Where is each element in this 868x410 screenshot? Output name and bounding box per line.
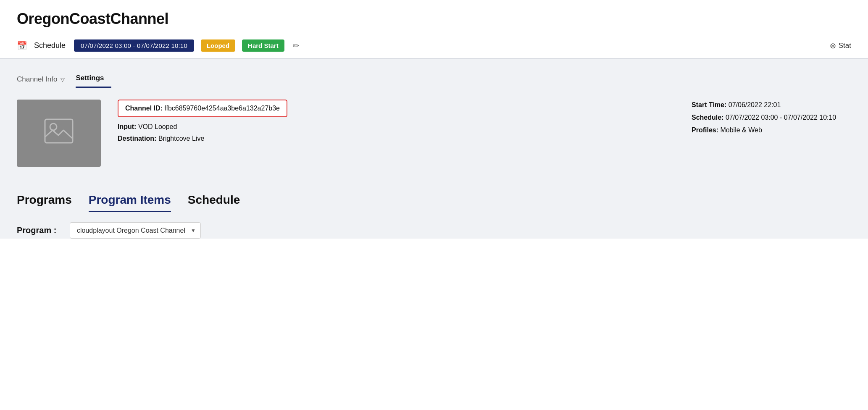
channel-info-label: Channel Info	[17, 75, 57, 84]
tab-settings[interactable]: Settings	[76, 71, 111, 88]
edit-icon[interactable]: ✏	[293, 41, 299, 50]
input-row: Input: VOD Looped	[118, 123, 675, 131]
chevron-down-icon: ▽	[60, 76, 65, 83]
tab-channel-info[interactable]: Channel Info ▽	[17, 72, 72, 88]
channel-id-text: Channel ID: ffbc6859760e4254aa3be6a132a2…	[125, 105, 280, 112]
profiles-row: Profiles: Mobile & Web	[692, 126, 851, 134]
layers-icon: ⊛	[830, 41, 836, 50]
destination-row: Destination: Brightcove Live	[118, 135, 675, 142]
start-time-row: Start Time: 07/06/2022 22:01	[692, 101, 851, 109]
schedule-row: Schedule: 07/07/2022 03:00 - 07/07/2022 …	[692, 114, 851, 121]
tab-program-items[interactable]: Program Items	[89, 191, 171, 212]
schedule-label: Schedule	[34, 41, 66, 50]
looped-badge: Looped	[201, 39, 235, 52]
schedule-icon: 📅	[17, 41, 27, 51]
program-select[interactable]: cloudplayout Oregon Coast Channel	[70, 222, 201, 239]
program-label: Program :	[17, 226, 63, 235]
image-placeholder-icon	[44, 118, 74, 148]
tab-programs[interactable]: Programs	[17, 191, 72, 212]
channel-thumbnail	[17, 100, 101, 167]
app-title: OregonCoastChannel	[17, 10, 851, 28]
svg-point-1	[50, 124, 57, 130]
hard-start-badge: Hard Start	[242, 39, 284, 52]
tab-schedule[interactable]: Schedule	[188, 191, 240, 212]
svg-rect-0	[45, 119, 73, 143]
channel-id-box[interactable]: Channel ID: ffbc6859760e4254aa3be6a132a2…	[118, 100, 287, 117]
stat-label: Stat	[839, 42, 851, 50]
date-range-badge[interactable]: 07/07/2022 03:00 - 07/07/2022 10:10	[74, 39, 194, 52]
